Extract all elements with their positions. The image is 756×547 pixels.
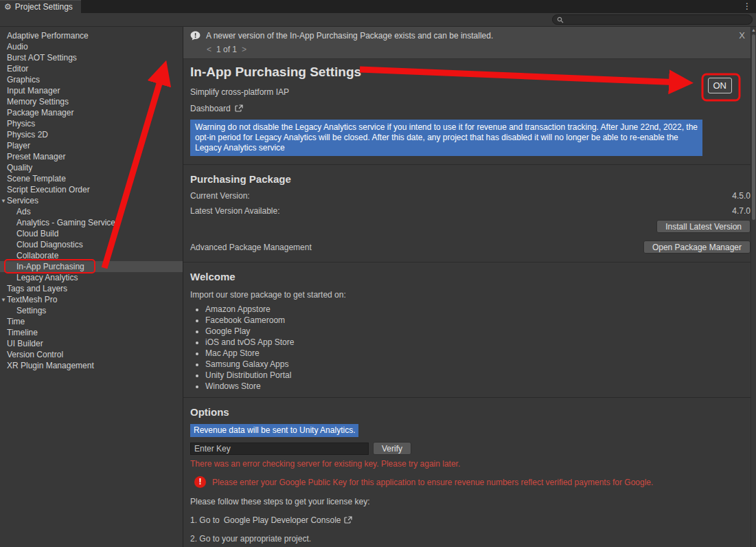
sidebar-item-burst-aot-settings[interactable]: Burst AOT Settings xyxy=(0,52,183,63)
external-link-icon xyxy=(235,104,243,113)
external-link-icon xyxy=(344,516,352,524)
sidebar-item-label: Services xyxy=(7,196,38,205)
sidebar-item-input-manager[interactable]: Input Manager xyxy=(0,85,183,96)
next-page-button[interactable]: > xyxy=(242,45,247,54)
google-play-console-label: Google Play Developer Console xyxy=(224,515,341,525)
sidebar-item-label: Settings xyxy=(16,306,46,315)
project-settings-window: ⚙ Project Settings ⋮ Adaptive Performanc… xyxy=(0,0,756,547)
more-options-icon[interactable]: ⋮ xyxy=(743,1,751,11)
sidebar-item-label: Legacy Analytics xyxy=(16,273,78,282)
prev-page-button[interactable]: < xyxy=(207,45,211,54)
google-key-input[interactable] xyxy=(190,443,369,455)
store-list-item: Samsung Galaxy Apps xyxy=(205,359,756,370)
open-package-manager-button[interactable]: Open Package Manager xyxy=(643,241,751,254)
sidebar-item-label: Collaborate xyxy=(16,251,58,260)
search-input[interactable] xyxy=(566,15,748,24)
sidebar-item-label: Quality xyxy=(7,163,32,172)
sidebar-item-in-app-purchasing[interactable]: In-App Purchasing xyxy=(0,261,183,272)
sidebar-item-label: Version Control xyxy=(7,350,63,359)
sidebar-item-audio[interactable]: Audio xyxy=(0,41,183,52)
sidebar-item-memory-settings[interactable]: Memory Settings xyxy=(0,96,183,107)
legacy-analytics-warning: Warning do not disable the Legacy Analyt… xyxy=(190,120,702,156)
sidebar-item-time[interactable]: Time xyxy=(0,316,183,327)
sidebar-item-ads[interactable]: Ads xyxy=(0,206,183,217)
purchasing-package-heading: Purchasing Package xyxy=(190,173,756,186)
sidebar-item-label: TextMesh Pro xyxy=(7,295,57,304)
sidebar-item-graphics[interactable]: Graphics xyxy=(0,74,183,85)
sidebar-item-scene-template[interactable]: Scene Template xyxy=(0,173,183,184)
sidebar-item-label: Preset Manager xyxy=(7,152,65,161)
sidebar-item-label: Physics xyxy=(7,119,35,129)
sidebar-item-legacy-analytics[interactable]: Legacy Analytics xyxy=(0,272,183,283)
close-icon[interactable]: X xyxy=(739,30,745,41)
window-body: Adaptive PerformanceAudioBurst AOT Setti… xyxy=(0,27,756,547)
sidebar-item-preset-manager[interactable]: Preset Manager xyxy=(0,151,183,162)
notification-pager: < 1 of 1 > xyxy=(207,44,749,55)
dashboard-label: Dashboard xyxy=(190,104,231,113)
sidebar-item-cloud-diagnostics[interactable]: Cloud Diagnostics xyxy=(0,239,183,250)
sidebar-item-script-execution-order[interactable]: Script Execution Order xyxy=(0,184,183,195)
scroll-up-arrow-icon[interactable]: ▲ xyxy=(751,27,756,33)
store-list-item: Amazon Appstore xyxy=(205,304,756,315)
dashboard-link[interactable]: Dashboard xyxy=(190,104,243,113)
service-toggle-button[interactable]: ON xyxy=(708,78,733,93)
page-indicator: 1 of 1 xyxy=(216,45,237,54)
sidebar-item-physics-2d[interactable]: Physics 2D xyxy=(0,129,183,140)
sidebar-item-label: XR Plugin Management xyxy=(7,361,94,370)
sidebar-item-package-manager[interactable]: Package Manager xyxy=(0,107,183,118)
sidebar-item-label: Graphics xyxy=(7,75,40,85)
sidebar-item-label: Timeline xyxy=(7,328,38,337)
sidebar-item-player[interactable]: Player xyxy=(0,140,183,151)
scrollbar-thumb[interactable] xyxy=(752,34,755,220)
welcome-heading: Welcome xyxy=(190,271,756,283)
store-list-item: iOS and tvOS App Store xyxy=(205,337,756,348)
sidebar-item-adaptive-performance[interactable]: Adaptive Performance xyxy=(0,30,183,41)
google-key-error-text: Please enter your Google Public Key for … xyxy=(212,478,653,487)
install-latest-version-button[interactable]: Install Latest Version xyxy=(656,220,751,233)
sidebar-item-timeline[interactable]: Timeline xyxy=(0,327,183,338)
sidebar-item-label: Tags and Layers xyxy=(7,284,67,293)
sidebar-item-xr-plugin-management[interactable]: XR Plugin Management xyxy=(0,360,183,371)
store-list: Amazon AppstoreFacebook GameroomGoogle P… xyxy=(205,304,756,392)
sidebar-item-label: Scene Template xyxy=(7,174,66,183)
sidebar-item-textmesh-pro[interactable]: ▼TextMesh Pro xyxy=(0,294,183,305)
notification-text: A newer version of the In-App Purchasing… xyxy=(206,31,493,41)
sidebar-item-quality[interactable]: Quality xyxy=(0,162,183,173)
google-play-console-link[interactable]: Google Play Developer Console xyxy=(224,515,353,525)
tab-project-settings[interactable]: ⚙ Project Settings xyxy=(0,0,81,13)
sidebar-item-cloud-build[interactable]: Cloud Build xyxy=(0,228,183,239)
advanced-package-management-label: Advanced Package Management xyxy=(190,243,312,252)
store-list-item: Facebook Gameroom xyxy=(205,315,756,326)
notification-banner: A newer version of the In-App Purchasing… xyxy=(183,27,756,59)
search-icon xyxy=(557,16,564,23)
store-list-item: Google Play xyxy=(205,326,756,337)
foldout-arrow-icon[interactable]: ▼ xyxy=(1,196,6,207)
sidebar-item-label: Input Manager xyxy=(7,86,60,96)
sidebar-item-label: Editor xyxy=(7,64,28,74)
verify-button[interactable]: Verify xyxy=(373,442,411,455)
divider xyxy=(183,262,756,263)
welcome-intro: Import our store package to get started … xyxy=(190,290,756,300)
search-box[interactable] xyxy=(552,14,753,25)
error-icon: ! xyxy=(194,476,206,488)
sidebar-item-label: Memory Settings xyxy=(7,97,69,107)
tab-label: Project Settings xyxy=(15,2,73,12)
sidebar-item-analytics-gaming-services[interactable]: Analytics - Gaming Services xyxy=(0,217,183,228)
sidebar-item-settings[interactable]: Settings xyxy=(0,305,183,316)
sidebar-item-version-control[interactable]: Version Control xyxy=(0,349,183,360)
sidebar-item-collaborate[interactable]: Collaborate xyxy=(0,250,183,261)
sidebar-item-label: Script Execution Order xyxy=(7,185,90,194)
current-version-label: Current Version: xyxy=(190,191,250,201)
divider xyxy=(183,397,756,398)
step1-text: 1. Go to xyxy=(190,515,220,525)
sidebar-item-tags-and-layers[interactable]: Tags and Layers xyxy=(0,283,183,294)
foldout-arrow-icon[interactable]: ▼ xyxy=(1,295,6,306)
settings-panel: A newer version of the In-App Purchasing… xyxy=(183,27,756,547)
scrollbar[interactable]: ▲ xyxy=(751,27,756,547)
sidebar-item-services[interactable]: ▼Services xyxy=(0,195,183,206)
sidebar-item-ui-builder[interactable]: UI Builder xyxy=(0,338,183,349)
options-heading: Options xyxy=(190,406,756,418)
sidebar-item-editor[interactable]: Editor xyxy=(0,63,183,74)
sidebar-item-physics[interactable]: Physics xyxy=(0,118,183,129)
sidebar-item-label: In-App Purchasing xyxy=(16,262,84,271)
